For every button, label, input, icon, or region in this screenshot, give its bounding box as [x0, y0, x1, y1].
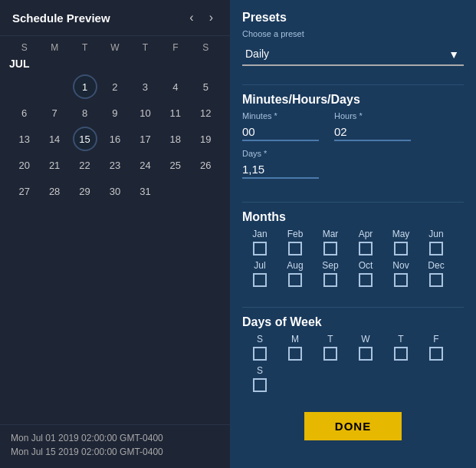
- mhd-section: Minutes/Hours/Days Minutes * Hours * Day…: [242, 93, 464, 186]
- minutes-input[interactable]: [242, 124, 319, 141]
- mhd-title: Minutes/Hours/Days: [242, 93, 464, 107]
- dow-label-mon: M: [291, 334, 299, 344]
- month-label-jan: Jan: [252, 229, 267, 239]
- month-checkbox-jun[interactable]: [429, 242, 443, 255]
- day-header-s2: S: [191, 42, 221, 53]
- hours-field-group: Hours *: [334, 111, 411, 141]
- dow-label-sat: S: [257, 365, 263, 376]
- cal-day-24[interactable]: 24: [133, 153, 157, 177]
- cal-day-11[interactable]: 11: [163, 101, 188, 125]
- done-button[interactable]: DONE: [304, 412, 402, 440]
- day-header-m: M: [39, 42, 69, 53]
- month-checkbox-dec[interactable]: [429, 273, 443, 287]
- month-checkbox-feb[interactable]: [288, 242, 302, 255]
- month-checkbox-jul[interactable]: [253, 273, 267, 287]
- calendar-area: S M T W T F S JUL 1 2 3 4 5 6 7 8 9 10 1…: [0, 36, 230, 424]
- cal-day-1[interactable]: 1: [73, 74, 97, 99]
- month-checkbox-nov[interactable]: [394, 273, 408, 287]
- minutes-field-group: Minutes *: [242, 111, 319, 141]
- month-checkbox-apr[interactable]: [359, 242, 373, 255]
- hours-label: Hours *: [334, 111, 411, 120]
- cal-day-18[interactable]: 18: [163, 127, 188, 151]
- cal-day-31[interactable]: 31: [133, 179, 157, 203]
- cal-day-25[interactable]: 25: [163, 153, 188, 177]
- dow-checkbox-tue[interactable]: [323, 347, 337, 361]
- dow-checkbox-thu[interactable]: [394, 347, 408, 361]
- cal-day-23[interactable]: 23: [103, 153, 127, 177]
- cal-day-20[interactable]: 20: [12, 153, 37, 177]
- hours-input[interactable]: [334, 124, 411, 141]
- month-label-aug: Aug: [287, 260, 303, 271]
- cal-day-27[interactable]: 27: [12, 179, 37, 203]
- schedule-entry-2: Mon Jul 15 2019 02:00:00 GMT-0400: [11, 447, 219, 457]
- month-jun: Jun: [419, 229, 454, 255]
- dow-label-fri: F: [433, 334, 438, 344]
- dow-sat: S: [242, 365, 277, 392]
- month-label-feb: Feb: [287, 229, 304, 239]
- cal-day-4[interactable]: 4: [163, 74, 188, 99]
- dow-checkbox-wed[interactable]: [359, 347, 373, 361]
- month-dec: Dec: [419, 260, 454, 287]
- month-oct: Oct: [348, 260, 383, 287]
- dow-mon: M: [277, 334, 313, 361]
- preset-select-wrapper: Daily Weekly Monthly Hourly ▼: [242, 43, 464, 66]
- cal-day-8[interactable]: 8: [73, 101, 97, 125]
- cal-day-21[interactable]: 21: [42, 153, 67, 177]
- preset-select[interactable]: Daily Weekly Monthly Hourly: [242, 43, 464, 66]
- divider-2: [242, 202, 464, 203]
- cal-day-22[interactable]: 22: [73, 153, 97, 177]
- cal-day-10[interactable]: 10: [133, 101, 157, 125]
- cal-day-19[interactable]: 19: [193, 127, 218, 151]
- month-grid: Jan Feb Mar Apr May Jun: [242, 229, 464, 292]
- dow-tue: T: [313, 334, 348, 361]
- cal-day-9[interactable]: 9: [103, 101, 127, 125]
- dow-thu: T: [383, 334, 419, 361]
- mhd-row-1: Minutes * Hours *: [242, 111, 464, 141]
- cal-day-16[interactable]: 16: [103, 127, 127, 151]
- cal-day-29[interactable]: 29: [73, 179, 97, 203]
- right-panel: Presets Choose a preset Daily Weekly Mon…: [230, 0, 476, 468]
- dow-wed: W: [348, 334, 383, 361]
- next-button[interactable]: ›: [205, 9, 218, 26]
- month-checkbox-oct[interactable]: [359, 273, 373, 287]
- days-input[interactable]: [242, 161, 319, 179]
- dow-label-sun: S: [257, 334, 263, 344]
- cal-day-14[interactable]: 14: [42, 127, 67, 151]
- cal-day-12[interactable]: 12: [193, 101, 218, 125]
- cal-day-7[interactable]: 7: [42, 101, 67, 125]
- cal-day-17[interactable]: 17: [133, 127, 157, 151]
- month-label-may: May: [392, 229, 410, 239]
- month-label-mar: Mar: [323, 229, 339, 239]
- dow-checkbox-fri[interactable]: [429, 347, 443, 361]
- month-checkbox-sep[interactable]: [323, 273, 337, 287]
- month-label-dec: Dec: [428, 260, 444, 271]
- days-label: Days *: [242, 149, 319, 158]
- month-may: May: [383, 229, 419, 255]
- month-sep: Sep: [313, 260, 348, 287]
- month-checkbox-mar[interactable]: [323, 242, 337, 255]
- month-label-oct: Oct: [359, 260, 373, 271]
- minutes-label: Minutes *: [242, 111, 319, 120]
- month-label: JUL: [9, 58, 221, 70]
- month-checkbox-may[interactable]: [394, 242, 408, 255]
- month-checkbox-jan[interactable]: [253, 242, 267, 255]
- dow-checkbox-sun[interactable]: [253, 347, 267, 361]
- cal-day-28[interactable]: 28: [42, 179, 67, 203]
- prev-button[interactable]: ‹: [185, 9, 198, 26]
- dow-checkbox-sat[interactable]: [253, 378, 267, 392]
- cal-day-6[interactable]: 6: [12, 101, 37, 125]
- cal-day-2[interactable]: 2: [103, 74, 127, 99]
- dow-checkbox-mon[interactable]: [288, 347, 302, 361]
- cal-empty: [42, 74, 67, 99]
- cal-day-30[interactable]: 30: [103, 179, 127, 203]
- day-header-w: W: [100, 42, 130, 53]
- month-label-sep: Sep: [322, 260, 338, 271]
- cal-day-15[interactable]: 15: [73, 127, 97, 151]
- cal-day-3[interactable]: 3: [133, 74, 157, 99]
- cal-day-26[interactable]: 26: [193, 153, 218, 177]
- dow-sun: S: [242, 334, 277, 361]
- cal-day-13[interactable]: 13: [12, 127, 37, 151]
- presets-title: Presets: [242, 11, 464, 25]
- cal-day-5[interactable]: 5: [193, 74, 218, 99]
- month-checkbox-aug[interactable]: [288, 273, 302, 287]
